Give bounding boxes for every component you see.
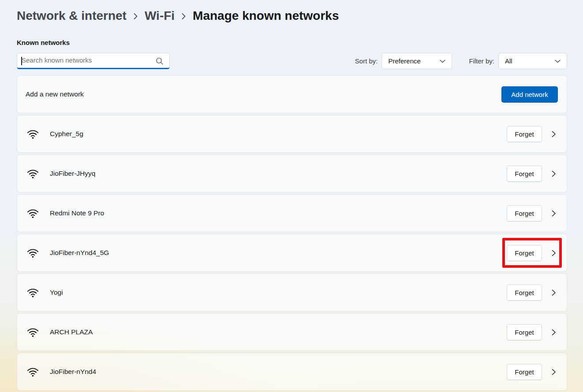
add-network-button[interactable]: Add network bbox=[501, 86, 558, 103]
chevron-right-icon[interactable] bbox=[550, 131, 557, 137]
add-network-row: Add a new network Add network bbox=[17, 75, 567, 113]
chevron-right-icon[interactable] bbox=[550, 369, 557, 375]
chevron-right-icon[interactable] bbox=[550, 329, 557, 336]
add-network-label: Add a new network bbox=[26, 90, 84, 98]
search-icon[interactable] bbox=[156, 57, 164, 67]
wifi-icon bbox=[27, 208, 39, 218]
filter-value: All bbox=[505, 57, 512, 65]
wifi-icon bbox=[27, 327, 39, 337]
network-row[interactable]: Cypher_5g Forget bbox=[17, 115, 567, 153]
search-box[interactable] bbox=[17, 53, 170, 69]
network-row[interactable]: JioFiber-nYnd4 Forget bbox=[17, 353, 567, 391]
network-name: Yogi bbox=[50, 288, 63, 296]
chevron-right-icon[interactable] bbox=[550, 170, 557, 177]
breadcrumb-chevron-icon bbox=[181, 12, 186, 21]
network-row[interactable]: JioFiber-JHyyq Forget bbox=[17, 155, 567, 192]
chevron-right-icon[interactable] bbox=[550, 289, 557, 296]
forget-button[interactable]: Forget bbox=[507, 245, 542, 261]
forget-button[interactable]: Forget bbox=[507, 126, 542, 142]
row-actions: Forget bbox=[507, 324, 557, 340]
known-networks-label: Known networks bbox=[17, 39, 567, 46]
controls-row: Sort by: Preference Filter by: All bbox=[17, 53, 567, 69]
breadcrumb: Network & internet Wi-Fi Manage known ne… bbox=[17, 6, 567, 26]
network-name: Redmi Note 9 Pro bbox=[50, 209, 104, 217]
chevron-right-icon[interactable] bbox=[550, 250, 557, 256]
wifi-icon bbox=[27, 367, 39, 377]
network-name: JioFiber-nYnd4_5G bbox=[50, 249, 109, 257]
wifi-icon bbox=[27, 248, 39, 258]
breadcrumb-chevron-icon bbox=[133, 12, 138, 21]
network-name: ARCH PLAZA bbox=[50, 328, 93, 336]
row-actions: Forget bbox=[507, 245, 557, 261]
network-name: Cypher_5g bbox=[50, 130, 83, 138]
sort-value: Preference bbox=[388, 57, 420, 65]
breadcrumb-network-internet[interactable]: Network & internet bbox=[17, 9, 127, 23]
row-actions: Forget bbox=[507, 126, 557, 142]
chevron-down-icon bbox=[440, 59, 445, 63]
network-row[interactable]: Yogi Forget bbox=[17, 274, 567, 311]
network-row[interactable]: Redmi Note 9 Pro Forget bbox=[17, 194, 567, 232]
row-actions: Forget bbox=[507, 166, 557, 182]
search-input[interactable] bbox=[17, 56, 169, 65]
breadcrumb-wifi[interactable]: Wi-Fi bbox=[145, 9, 175, 23]
network-name: JioFiber-nYnd4 bbox=[50, 368, 96, 376]
row-actions: Forget bbox=[507, 364, 557, 380]
page-title: Manage known networks bbox=[193, 9, 339, 23]
filter-dropdown[interactable]: All bbox=[498, 53, 567, 69]
forget-button[interactable]: Forget bbox=[507, 205, 542, 222]
chevron-down-icon bbox=[555, 59, 561, 63]
forget-button[interactable]: Forget bbox=[507, 166, 542, 182]
sort-dropdown[interactable]: Preference bbox=[381, 53, 452, 69]
network-row[interactable]: ARCH PLAZA Forget bbox=[17, 313, 567, 351]
sort-by-label: Sort by: bbox=[355, 57, 378, 65]
chevron-right-icon[interactable] bbox=[550, 210, 557, 217]
network-name: JioFiber-JHyyq bbox=[50, 170, 95, 178]
network-row[interactable]: JioFiber-nYnd4_5G Forget bbox=[17, 234, 567, 272]
forget-button[interactable]: Forget bbox=[507, 285, 542, 301]
forget-button[interactable]: Forget bbox=[507, 364, 542, 380]
network-list: Cypher_5g Forget JioFiber-JHyyq Forget bbox=[17, 115, 567, 391]
manage-known-networks-page: Network & internet Wi-Fi Manage known ne… bbox=[0, 0, 583, 392]
filter-by-label: Filter by: bbox=[469, 57, 494, 65]
wifi-icon bbox=[27, 129, 39, 139]
wifi-icon bbox=[27, 169, 39, 179]
wifi-icon bbox=[27, 288, 39, 298]
row-actions: Forget bbox=[507, 285, 557, 301]
text-cursor bbox=[21, 57, 22, 65]
row-actions: Forget bbox=[507, 205, 557, 222]
filters: Sort by: Preference Filter by: All bbox=[355, 53, 567, 69]
forget-button[interactable]: Forget bbox=[507, 324, 542, 340]
